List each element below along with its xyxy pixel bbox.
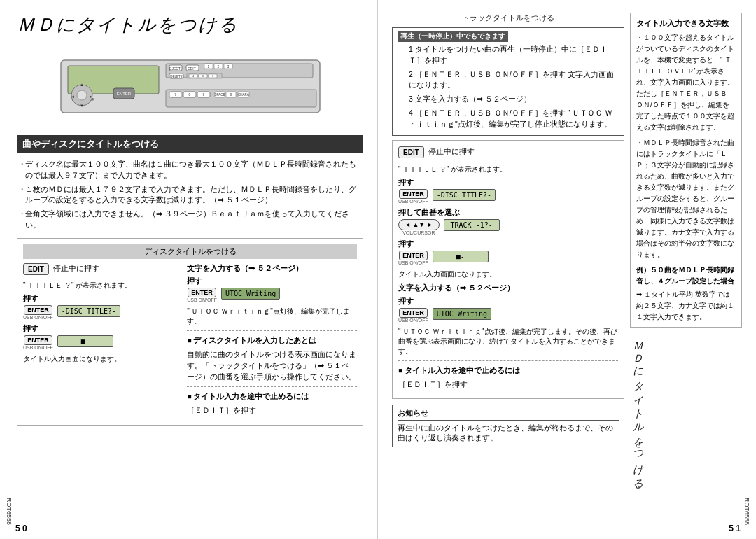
bullet-list: ディスク名は最大１００文字、曲名は１曲につき最大１００文字（ＭＤＬＰ長時間録音さ… [17, 159, 363, 231]
bullet-item-3: 全角文字領域には入力できません。（➡ ３９ページ）ＢｅａｔＪａｍを使って入力して… [18, 209, 363, 231]
track-step2: ENTER USB ON/OFF ■- [398, 251, 618, 265]
svg-text:1: 1 [207, 64, 209, 69]
track-edit-button[interactable]: EDIT [398, 146, 424, 158]
track-enter-1[interactable]: ENTER [399, 189, 428, 199]
track-push-select: 押して曲番を選ぶ [398, 208, 618, 218]
svg-text:SPACE: SPACE [214, 93, 225, 97]
svg-text:9: 9 [202, 92, 204, 97]
track-edit-group: EDIT [398, 146, 424, 158]
svg-text:ENTER: ENTER [116, 92, 131, 96]
stop-push-label: 停止中に押す [53, 263, 99, 274]
page-right: トラックタイトルをつける 再生（一時停止）中でもできます 1 タイトルをつけたい… [378, 0, 756, 539]
track-char-input: 文字を入力する（➡ ５２ページ） [398, 283, 618, 294]
track-title-q: " ＴＩＴＬＥ ？" が表示されます。 [398, 164, 618, 174]
utoc-caption: " ＵＴＯＣ Ｗｒｉｔｉｎｇ"点灯後、編集が完了します。 [187, 307, 357, 326]
disc-stop-edit: ［ＥＤＩＴ］を押す [187, 405, 357, 416]
right-layout: トラックタイトルをつける 再生（一時停止）中でもできます 1 タイトルをつけたい… [392, 13, 742, 486]
svg-text:2: 2 [217, 64, 219, 69]
cursor-lcd: ■- [57, 335, 113, 347]
example-title: 例）５０曲をＭＤＬＰ長時間録音し、４グループ設定した場合 [636, 265, 736, 287]
two-col-layout: EDIT 停止中に押す " ＴＩＴＬＥ ？" が表示されます。 押す ENTER… [23, 263, 357, 419]
page-number-left: 5 0 [15, 524, 27, 533]
track-step1: ENTER USB ON/OFF -DISC TITLE?- [398, 189, 618, 204]
usb-label-1: USB ON/OFF [23, 315, 53, 320]
svg-text:▲: ▲ [80, 83, 84, 87]
svg-text:EJECT: EJECT [169, 66, 181, 71]
replay-step-3: 3 文字を入力する（➡ ５２ページ） [399, 94, 619, 105]
usb-label-2: USB ON/OFF [23, 345, 53, 350]
disc-info-body: 自動的に曲のタイトルをつける表示画面になります。「トラックタイトルをつける」（➡… [187, 349, 357, 382]
svg-text:DELETE: DELETE [170, 75, 183, 78]
push-right-1: 押す [187, 276, 357, 286]
step-push1-row: ENTER USB ON/OFF -DISC TITLE?- [23, 305, 180, 320]
example-item-1: ➡ １タイトル平均 英数字では約２５文字、カナ文字では約１１文字入力できます。 [636, 289, 736, 323]
track-vol-group: ◄ ▲▼ ► VOL/CURSOR [398, 219, 440, 235]
char-count-box: タイトル入力できる文字数 ・１００文字を超えるタイトルがついているディスクのタイ… [630, 13, 742, 328]
push-label-1: 押す [23, 294, 180, 304]
enter-button-2[interactable]: ENTER [24, 335, 52, 345]
svg-text:▼: ▼ [80, 104, 84, 108]
track-vol-label: VOL/CURSOR [402, 230, 435, 235]
enter-button-1[interactable]: ENTER [24, 305, 52, 315]
utoc-lcd: UTOC Writing [221, 288, 280, 300]
push-label-2: 押す [23, 324, 180, 334]
page-number-right: 5 1 [729, 524, 741, 533]
page-left: ＭＤにタイトルをつける EJECT EDIT 1 2 3 DELETE [0, 0, 378, 539]
notice-text: 再生中に曲のタイトルをつけたとき、編集が終わるまで、その曲はくり返し演奏されます… [398, 424, 619, 443]
bullet-item-2: １枚のＭＤには最大１７９２文字まで入力できます。ただし、ＭＤＬＰ長時間録音をした… [18, 184, 363, 206]
step-push-right1: ENTER USB ON/OFF UTOC Writing [187, 288, 357, 302]
track-utoc-caption: " ＵＴＯＣ Ｗｒｉｔｉｎｇ"点灯後、編集が完了します。その後、再び曲番を選ぶ表… [398, 327, 618, 356]
enter-usb-2: ENTER USB ON/OFF [23, 335, 53, 350]
replay-box: 再生（一時停止）中でもできます 1 タイトルをつけたい曲の再生（一時停止）中に［… [392, 27, 624, 136]
track-push3: 押す [398, 297, 618, 307]
char-input-header: 文字を入力する（➡ ５２ページ） [187, 263, 357, 274]
disc-stop-note: ■ タイトル入力を途中で止めるには [187, 391, 357, 402]
right-side-col: タイトル入力できる文字数 ・１００文字を超えるタイトルがついているディスクのタイ… [630, 13, 742, 486]
track-disc-lcd: -DISC TITLE?- [433, 189, 496, 201]
track-enter-usb-1: ENTER USB ON/OFF [398, 189, 428, 204]
track-enter-usb-2: ENTER USB ON/OFF [398, 251, 428, 265]
char-count-title: タイトル入力できる文字数 [636, 18, 736, 29]
svg-text:CHARA: CHARA [238, 93, 249, 97]
track-enter-2[interactable]: ENTER [399, 251, 428, 260]
device-image: EJECT EDIT 1 2 3 DELETE 4 5 6 VOL/CURSOR… [57, 53, 323, 120]
main-title: ＭＤにタイトルをつける [17, 13, 363, 37]
track-stop-note: ■ タイトル入力を途中で止めるには [398, 365, 618, 377]
disc-info-title: ■ ディスクタイトルを入力したあとは [187, 335, 357, 346]
enter-usb-1: ENTER USB ON/OFF [23, 305, 53, 320]
enter-usb-r1: ENTER USB ON/OFF [187, 288, 217, 302]
char-count-text2: ・ＭＤＬＰ長時間録音された曲にはトラックタイトルに「ＬＰ；３文字分が自動的に記録… [636, 137, 736, 260]
step-edit-row: EDIT 停止中に押す [23, 263, 180, 277]
track-utoc-lcd: UTOC Writing [433, 308, 491, 320]
track-stop-edit: ［ＥＤＩＴ］を押す [398, 379, 618, 391]
step-push2-row: ENTER USB ON/OFF ■- [23, 335, 180, 350]
track-enter-usb-3: ENTER USB ON/OFF [398, 308, 428, 323]
usb-label-r1: USB ON/OFF [187, 298, 217, 302]
track-usb-2: USB ON/OFF [398, 260, 428, 265]
track-enter-3[interactable]: ENTER [399, 308, 428, 318]
char-count-text: ・１００文字を超えるタイトルがついているディスクのタイトルを、本機で変更すると、… [636, 32, 736, 133]
track-usb-1: USB ON/OFF [398, 199, 428, 204]
svg-text:EDIT: EDIT [188, 66, 195, 71]
svg-text:3: 3 [227, 64, 229, 69]
enter-button-r1[interactable]: ENTER [188, 288, 216, 298]
svg-text:►: ► [89, 94, 93, 99]
device-area: EJECT EDIT 1 2 3 DELETE 4 5 6 VOL/CURSOR… [17, 44, 363, 128]
title-input-caption: タイトル入力画面になります。 [23, 354, 180, 364]
notice-box: お知らせ 再生中に曲のタイトルをつけたとき、編集が終わるまで、その曲はくり返し演… [392, 405, 624, 447]
replay-box-title: 再生（一時停止）中でもできます [398, 31, 508, 42]
disc-title-section: ディスクタイトルをつける EDIT 停止中に押す " ＴＩＴＬＥ ？" が表示さ… [17, 238, 363, 426]
edit-button[interactable]: EDIT [23, 263, 49, 275]
track-edit-row: EDIT 停止中に押す [398, 146, 618, 160]
track-divider [398, 360, 618, 361]
svg-text:7: 7 [174, 92, 176, 97]
divider2 [187, 386, 357, 387]
bullet-item-1: ディスク名は最大１００文字、曲名は１曲につき最大１００文字（ＭＤＬＰ長時間録音さ… [18, 159, 363, 181]
track-push2: 押す [398, 239, 618, 249]
replay-step-1: 1 タイトルをつけたい曲の再生（一時停止）中に［ＥＤＩＴ］を押す [399, 44, 619, 66]
rot-number-left: ROT6558 [6, 498, 13, 525]
track-step-select: ◄ ▲▼ ► VOL/CURSOR TRACK -1?- [398, 219, 618, 235]
svg-text:◄: ◄ [71, 94, 75, 99]
track-vol-button[interactable]: ◄ ▲▼ ► [398, 219, 440, 230]
replay-step-4: 4 ［ＥＮＴＥＲ，ＵＳＢ ＯＮ/ＯＦＦ］を押す " ＵＴＯＣ Ｗｒｉｔｉｎｇ"点… [399, 108, 619, 130]
